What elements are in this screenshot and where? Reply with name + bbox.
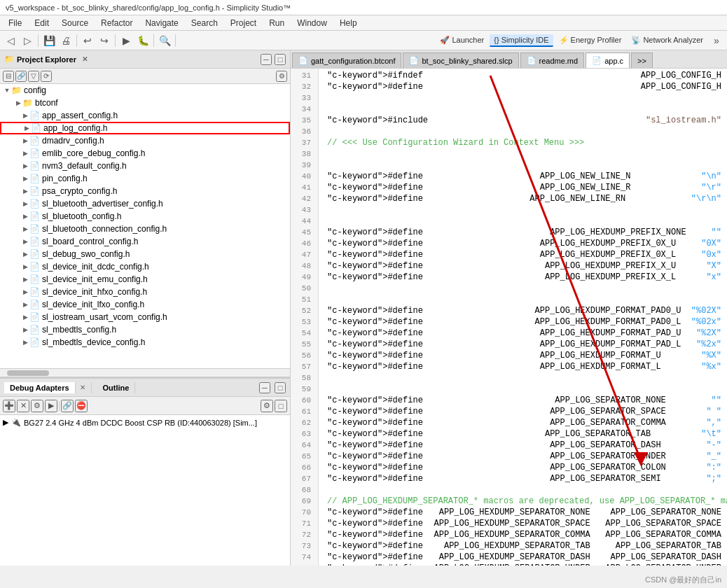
toolbar-sep-4	[153, 34, 154, 47]
debug-tab-x[interactable]: ✕	[80, 384, 85, 391]
tree-item-lfxo[interactable]: ▶ 📄 sl_device_init_lfxo_config.h	[0, 298, 290, 311]
menu-navigate[interactable]: Navigate	[139, 17, 184, 29]
toolbar-undo-btn[interactable]: ↩	[80, 33, 95, 48]
device-expand-icon: ▶	[3, 418, 8, 427]
tree-item-emlib[interactable]: ▶ 📄 emlib_core_debug_config.h	[0, 147, 290, 160]
menu-run[interactable]: Run	[263, 17, 290, 29]
tree-label-btconf: btconf	[35, 98, 58, 108]
tree-filter-btn[interactable]: ▽	[28, 71, 39, 82]
debug-panel-settings-btn[interactable]: ⚙	[261, 400, 273, 412]
network-analyzer-perspective-btn[interactable]: 📡 Network Analyzer	[627, 34, 707, 46]
debug-panel-maximize-btn[interactable]: □	[275, 382, 286, 393]
tree-root-config[interactable]: ▼ 📁 config	[0, 84, 290, 97]
debug-panel-expand-btn[interactable]: □	[275, 400, 287, 412]
debug-connect-btn[interactable]: 🔗	[61, 400, 74, 412]
tab-more[interactable]: >>	[631, 52, 653, 68]
file-icon-emlib: 📄	[29, 148, 40, 158]
tree-item-btconf[interactable]: ▶ 📁 btconf	[0, 97, 290, 109]
debug-adapters-tab[interactable]: Debug Adapters	[4, 382, 76, 393]
tree-hscroll-thumb[interactable]	[7, 370, 49, 376]
energy-profiler-perspective-btn[interactable]: ⚡ Energy Profiler	[555, 34, 626, 46]
toolbar-next-btn[interactable]: ▷	[20, 33, 35, 48]
tree-settings-btn[interactable]: ⚙	[276, 71, 287, 82]
tree-item-dcdc[interactable]: ▶ 📄 sl_device_init_dcdc_config.h	[0, 260, 290, 273]
tree-label-mbedtls: sl_mbedtls_config.h	[42, 325, 116, 335]
tree-item-hfxo[interactable]: ▶ 📄 sl_device_init_hfxo_config.h	[0, 286, 290, 298]
project-explorer-title: Project Explorer	[17, 55, 76, 64]
title-text: v5_workspace - bt_soc_blinky_shared/conf…	[6, 4, 291, 12]
tab-label-gatt: gatt_configuration.btconf	[311, 57, 395, 65]
panel-maximize-btn[interactable]: □	[275, 54, 286, 65]
expand-icon-emu: ▶	[21, 276, 29, 283]
tree-item-mbedtls[interactable]: ▶ 📄 sl_mbedtls_config.h	[0, 323, 290, 336]
tree-item-nvm3[interactable]: ▶ 📄 nvm3_default_config.h	[0, 160, 290, 172]
panel-minimize-btn[interactable]: ─	[261, 54, 272, 65]
file-icon-iostream: 📄	[29, 312, 40, 322]
debug-device-item[interactable]: ▶ 🔌 BG27 2.4 GHz 4 dBm DCDC Boost CSP RB…	[3, 416, 287, 428]
toolbar-redo-btn[interactable]: ↪	[97, 33, 112, 48]
debug-disconnect-btn[interactable]: ⛔	[75, 400, 88, 412]
tree-item-app-assert-config[interactable]: ▶ 📄 app_assert_config.h	[0, 109, 290, 122]
toolbar-print-btn[interactable]: 🖨	[58, 33, 74, 48]
code-content[interactable]: "c-keyword">#ifndef APP_LOG_CONFIG_H"c-k…	[319, 69, 727, 566]
debug-config-btn[interactable]: ⚙	[31, 400, 43, 412]
menu-help[interactable]: Help	[334, 17, 363, 29]
tree-label-emlib: emlib_core_debug_config.h	[42, 148, 145, 158]
tree-link-btn[interactable]: 🔗	[15, 71, 27, 82]
menu-source[interactable]: Source	[56, 17, 94, 29]
debug-content: ▶ 🔌 BG27 2.4 GHz 4 dBm DCDC Boost CSP RB…	[0, 415, 290, 566]
expand-icon-bt-conn: ▶	[21, 225, 29, 232]
toolbar-run-btn[interactable]: ▶	[118, 33, 134, 48]
file-icon-nvm3: 📄	[29, 161, 40, 171]
menu-project[interactable]: Project	[225, 17, 262, 29]
menu-window[interactable]: Window	[291, 17, 333, 29]
file-icon-assert: 📄	[29, 111, 40, 120]
toolbar-more-perspectives-btn[interactable]: »	[709, 33, 724, 48]
menu-refactor[interactable]: Refactor	[95, 17, 138, 29]
file-icon-dcdc: 📄	[29, 262, 40, 272]
tree-collapse-btn[interactable]: ⊟	[3, 71, 14, 82]
debug-remove-btn[interactable]: ✕	[17, 400, 29, 412]
menu-search[interactable]: Search	[186, 17, 223, 29]
file-icon-psa: 📄	[29, 186, 40, 196]
menu-bar: File Edit Source Refactor Navigate Searc…	[0, 15, 727, 31]
tree-label-pin: pin_config.h	[42, 174, 88, 183]
tree-label-board: sl_board_control_config.h	[42, 237, 138, 246]
tree-item-mbedtls-device[interactable]: ▶ 📄 sl_mbedtls_device_config.h	[0, 336, 290, 349]
tree-item-debug-swo[interactable]: ▶ 📄 sl_debug_swo_config.h	[0, 248, 290, 260]
launcher-perspective-btn[interactable]: 🚀 Launcher	[436, 34, 488, 46]
tree-item-board[interactable]: ▶ 📄 sl_board_control_config.h	[0, 235, 290, 248]
debug-tab-sep	[91, 382, 92, 393]
debug-panel-minimize-btn[interactable]: ─	[259, 382, 270, 393]
tab-slcp[interactable]: 📄 bt_soc_blinky_shared.slcp	[403, 52, 518, 68]
tree-item-emu[interactable]: ▶ 📄 sl_device_init_emu_config.h	[0, 273, 290, 286]
title-bar: v5_workspace - bt_soc_blinky_shared/conf…	[0, 0, 727, 15]
tree-item-pin-config[interactable]: ▶ 📄 pin_config.h	[0, 172, 290, 185]
menu-edit[interactable]: Edit	[29, 17, 55, 29]
code-editor[interactable]: 3132333435363738394041424344454647484950…	[291, 69, 727, 566]
tree-item-bt-adv[interactable]: ▶ 📄 sl_bluetooth_advertiser_config.h	[0, 197, 290, 210]
tab-readme[interactable]: 📄 readme.md	[520, 52, 585, 68]
menu-file[interactable]: File	[3, 17, 27, 29]
tree-sync-btn[interactable]: ⟳	[41, 71, 52, 82]
debug-add-btn[interactable]: ➕	[3, 400, 15, 412]
tab-gatt-config[interactable]: 📄 gatt_configuration.btconf	[292, 52, 401, 68]
tree-item-app-log-config[interactable]: ▶ 📄 app_log_config.h	[0, 122, 290, 134]
line-numbers: 3132333435363738394041424344454647484950…	[291, 69, 319, 566]
toolbar-search-btn[interactable]: 🔍	[157, 33, 172, 48]
tree-item-bt-conn[interactable]: ▶ 📄 sl_bluetooth_connection_config.h	[0, 223, 290, 235]
toolbar-debug-btn[interactable]: 🐛	[135, 33, 151, 48]
tree-item-iostream[interactable]: ▶ 📄 sl_iostream_usart_vcom_config.h	[0, 311, 290, 323]
toolbar-sep-3	[115, 34, 116, 47]
tree-item-bt-config[interactable]: ▶ 📄 sl_bluetooth_config.h	[0, 210, 290, 223]
toolbar-back-btn[interactable]: ◁	[3, 33, 18, 48]
simplicity-ide-perspective-btn[interactable]: {} Simplicity IDE	[490, 34, 553, 47]
tab-app-c[interactable]: 📄 app.c	[586, 52, 630, 68]
toolbar-save-btn[interactable]: 💾	[41, 33, 57, 48]
tree-item-psa[interactable]: ▶ 📄 psa_crypto_config.h	[0, 185, 290, 197]
expand-icon-bt-adv: ▶	[21, 200, 29, 207]
tree-hscroll[interactable]	[0, 368, 290, 377]
tree-item-dmadrv[interactable]: ▶ 📄 dmadrv_config.h	[0, 134, 290, 147]
debug-start-btn[interactable]: ▶	[45, 400, 57, 412]
outline-tab[interactable]: Outline	[97, 382, 136, 393]
